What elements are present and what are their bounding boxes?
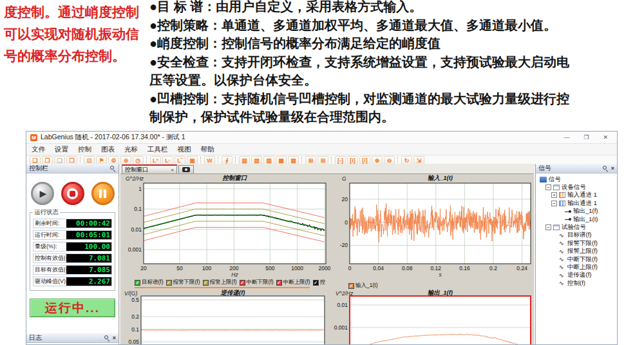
wave-signal-icon — [559, 232, 565, 239]
device-group-icon — [553, 184, 560, 190]
svg-text:V^2/Hz: V^2/Hz — [336, 290, 354, 297]
menu-item-7[interactable]: 视图 — [178, 145, 191, 154]
svg-text:100: 100 — [202, 265, 211, 271]
legend-item[interactable]: ✓控 — [313, 279, 326, 286]
tree-item-[interactable]: −试验信号 — [538, 223, 616, 231]
transport-controls: ▶ — [26, 182, 118, 205]
tree-item-f[interactable]: 目标谱(f) — [538, 232, 616, 239]
svg-text:0.001: 0.001 — [128, 246, 142, 253]
svg-text:0.01: 0.01 — [337, 302, 348, 308]
expand-icon[interactable]: + — [551, 192, 557, 198]
tree-item-label: 中断下限(f) — [567, 255, 598, 264]
legend-checkbox-icon[interactable]: ✓ — [203, 280, 209, 286]
status-field-value: 00:00:42 — [66, 219, 111, 228]
legend-checkbox-icon[interactable]: ✓ — [276, 280, 282, 286]
app-logo-icon: M — [30, 134, 37, 141]
wave-signal-icon — [559, 280, 565, 286]
tab-close-icon[interactable]: × — [171, 167, 174, 173]
svg-text:0.08: 0.08 — [402, 265, 413, 271]
toolbar-separator — [146, 157, 147, 164]
signal-panel-title: 信号 — [538, 164, 600, 173]
menu-item-3[interactable]: 控制 — [78, 145, 91, 154]
tree-item-f[interactable]: 中断上限(f) — [538, 263, 616, 271]
tab-label: 控制窗口 — [125, 166, 168, 174]
pin-icon[interactable] — [104, 335, 110, 341]
tree-item-label: 输出_1(f) — [573, 207, 598, 215]
legend-checkbox-icon[interactable]: ✓ — [135, 280, 140, 286]
tab-control-window[interactable]: 控制窗口 × — [122, 164, 177, 173]
chart-input_time[interactable]: 200-2000.040.080.120.160.20.24s输入_1(t)G — [333, 174, 534, 291]
legend-item[interactable]: ✓中断上限(f) — [276, 279, 310, 286]
bullet-line: ●凹槽控制：支持随机信号凹槽控制，对监测通道的最大试验力量级进行控 — [149, 90, 644, 108]
chart-control[interactable]: 10.10.010.001205010020050010002000Hz控制窗口… — [122, 174, 338, 291]
svg-text:1000: 1000 — [291, 265, 303, 271]
close-icon[interactable]: × — [611, 166, 614, 172]
menu-item-8[interactable]: 帮助 — [201, 145, 214, 154]
pin-icon[interactable] — [603, 166, 609, 172]
tree-item-[interactable]: −设备信号 — [538, 183, 616, 191]
menu-item-6[interactable]: 工具栏 — [147, 145, 168, 154]
tree-item-1[interactable]: −输出通道 1 — [538, 199, 616, 207]
tab-snapshot[interactable] — [178, 165, 194, 173]
tree-item-f[interactable]: 报警上限(f) — [538, 248, 616, 255]
legend-item[interactable]: ✓中断下限(f) — [240, 279, 274, 286]
close-button[interactable]: ✕ — [603, 134, 608, 141]
legend-item[interactable]: ✓报警下限(f) — [166, 279, 200, 286]
pin-icon[interactable] — [110, 166, 116, 172]
screen: 度控制。通过峭度控制可以实现对随机振动信号的概率分布控制。 ●目 标 谱：由用户… — [0, 0, 644, 345]
feature-bullet-text: ●目 标 谱：由用户自定义，采用表格方式输入。●控制策略：单通道、多通道加权平均… — [149, 0, 644, 126]
menu-item-2[interactable]: 设置 — [55, 145, 68, 154]
tree-item-f[interactable]: 中断下限(f) — [538, 255, 616, 263]
tree-item-f[interactable]: 报警下限(f) — [538, 239, 616, 247]
tree-item-_1f[interactable]: 输出_1(f) — [538, 208, 616, 215]
legend-checkbox-icon[interactable]: ✓ — [166, 280, 172, 286]
restore-button[interactable]: ❐ — [583, 134, 589, 141]
svg-text:0.001: 0.001 — [334, 324, 348, 331]
toolbar-separator — [218, 157, 219, 164]
legend-checkbox-icon[interactable]: ✓ — [313, 280, 319, 286]
stop-button[interactable] — [61, 182, 84, 205]
tree-item-label: 目标谱(f) — [567, 231, 591, 239]
pause-icon — [99, 190, 102, 198]
play-button[interactable]: ▶ — [31, 182, 54, 205]
svg-text:0.24: 0.24 — [516, 265, 527, 271]
menu-item-4[interactable]: 图表 — [101, 145, 115, 154]
red-note-line: 号的概率分布控制。 — [4, 45, 149, 67]
window-controls: —❐✕ — [564, 134, 613, 141]
stop-icon — [67, 188, 78, 199]
svg-text:控制窗口: 控制窗口 — [222, 174, 248, 181]
legend-item[interactable]: ✓报警上限(f) — [203, 279, 237, 286]
tree-item-label: 报警上限(f) — [567, 247, 598, 255]
collapse-icon[interactable]: − — [545, 184, 551, 190]
wave-signal-icon — [559, 248, 565, 255]
signal-tree: 信号−设备信号+输入通道 1−输出通道 1输出_1(f)输出_1(t)−试验信号… — [536, 173, 617, 287]
menu-item-1[interactable]: 文件 — [32, 145, 45, 154]
window-title: LabGenius 随机 - 2017-02-06 17.34.00* - 测试… — [41, 133, 560, 142]
legend-checkbox-icon[interactable]: ✓ — [348, 283, 354, 289]
bullet-line: ●安全检查：支持开闭环检查，支持系统增益设置，支持预试验最大启动电 — [149, 53, 644, 72]
minimize-button[interactable]: — — [564, 134, 569, 141]
tree-item-1[interactable]: +输入通道 1 — [538, 192, 616, 199]
collapse-icon[interactable]: − — [545, 224, 551, 230]
legend-checkbox-icon[interactable]: ✓ — [240, 280, 245, 286]
chart-workspace: 控制窗口 × 10.10.010.00120501002005001000200… — [120, 164, 534, 344]
pause-button[interactable] — [91, 182, 115, 205]
chart-output_freq[interactable]: 0.010.0010.0001输出_1(f)V^2/Hz — [333, 289, 534, 344]
tree-item-f[interactable]: 控制(f) — [538, 279, 616, 287]
collapse-icon[interactable]: − — [551, 201, 557, 206]
tree-item-[interactable]: 信号 — [538, 175, 616, 183]
tree-item-label: 设备信号 — [562, 183, 586, 192]
legend-item[interactable]: ✓目标谱(f) — [135, 279, 164, 286]
status-field-row: 目标有效值(G):7.085 — [33, 265, 112, 275]
bullet-line: ●峭度控制：控制信号的概率分布满足给定的峭度值 — [149, 34, 644, 53]
chart-inverse_transfer[interactable]: 0.50.20.10.05逆传递(f)V/(G) — [122, 289, 338, 344]
tree-item-_1t[interactable]: 输出_1(t) — [538, 215, 616, 223]
toolbar-separator — [301, 157, 303, 164]
legend-item[interactable]: ✓输入_1(t) — [348, 282, 377, 290]
tree-item-f[interactable]: 逆传递(f) — [538, 271, 616, 279]
menu-item-5[interactable]: 光标 — [124, 145, 138, 154]
close-icon[interactable]: × — [113, 335, 116, 341]
legend-label: 报警上限(f) — [210, 279, 237, 286]
tree-item-label: 输出通道 1 — [567, 199, 597, 208]
bullet-line: 制保护，保护试件试验量级在合理范围内。 — [149, 108, 644, 126]
